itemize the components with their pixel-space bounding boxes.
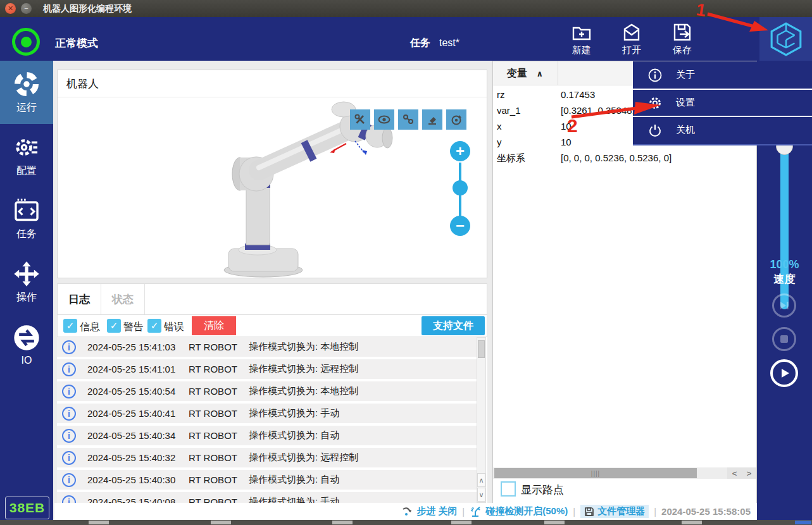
- log-row[interactable]: i 2024-05-25 15:40:30 RT ROBOT 操作模式切换为: …: [57, 470, 477, 490]
- log-source: RT ROBOT: [189, 474, 249, 485]
- log-message: 操作模式切换为: 远程控制: [249, 452, 358, 464]
- gear-icon: [648, 96, 662, 110]
- trajectory-button[interactable]: [398, 109, 418, 130]
- zoom-slider-handle[interactable]: [453, 180, 468, 195]
- tool-frame-z-axis: [355, 141, 367, 155]
- log-scrollbar[interactable]: ∧ ∨: [477, 337, 486, 503]
- log-list[interactable]: i 2024-05-25 15:41:03 RT ROBOT 操作模式切换为: …: [57, 337, 487, 503]
- log-filter-bar: ✓ 信息 ✓ 警告 ✓ 错误 清除 支持文件: [57, 315, 487, 337]
- log-row[interactable]: i 2024-05-25 15:41:03 RT ROBOT 操作模式切换为: …: [57, 337, 477, 357]
- variable-value: [0, 0, 0, 0.5236, 0.5236, 0]: [561, 152, 671, 163]
- stop-button[interactable]: [772, 327, 796, 351]
- collision-status[interactable]: 碰撞检测开启(50%): [470, 505, 568, 517]
- file-manager-button[interactable]: 文件管理器: [580, 505, 649, 518]
- open-file-icon: [621, 22, 642, 42]
- sidebar-item-operate[interactable]: 操作: [0, 250, 53, 314]
- log-time: 2024-05-25 15:40:32: [87, 452, 189, 463]
- log-source: RT ROBOT: [189, 342, 249, 352]
- variable-name: var_1: [497, 105, 521, 116]
- step-forward-button[interactable]: [772, 293, 796, 318]
- log-time: 2024-05-25 15:40:08: [87, 497, 189, 503]
- scroll-down-button[interactable]: ∨: [477, 488, 485, 502]
- log-message: 操作模式切换为: 手动: [249, 496, 339, 503]
- menu-item-label: 关于: [676, 69, 695, 81]
- new-task-button[interactable]: 新建: [562, 19, 601, 59]
- log-row[interactable]: i 2024-05-25 15:40:08 RT ROBOT 操作模式切换为: …: [57, 492, 477, 503]
- variable-value: 0.17453: [561, 89, 595, 100]
- step-mode-label: 步进 关闭: [416, 505, 457, 517]
- log-scrollbar-thumb[interactable]: [478, 340, 485, 358]
- support-files-button[interactable]: 支持文件: [422, 316, 485, 335]
- variable-name: 坐标系: [497, 152, 525, 164]
- path-nodes-icon: [402, 113, 415, 126]
- annotation-number-2: 2: [567, 115, 578, 137]
- sidebar-item-io[interactable]: IO: [0, 314, 53, 377]
- sidebar-item-label: 任务: [16, 228, 37, 241]
- filter-error-label: 错误: [164, 321, 184, 334]
- new-task-label: 新建: [572, 44, 591, 56]
- tab-log[interactable]: 日志: [58, 284, 101, 314]
- collision-icon: [470, 506, 482, 517]
- log-source: RT ROBOT: [189, 408, 249, 419]
- menu-item-settings[interactable]: 设置: [633, 89, 812, 116]
- menu-item-shutdown[interactable]: 关机: [633, 116, 812, 143]
- skip-icon: [778, 300, 790, 311]
- variable-row[interactable]: 坐标系 [0, 0, 0, 0.5236, 0.5236, 0]: [493, 152, 756, 168]
- app-menu-button[interactable]: [759, 17, 812, 61]
- log-row[interactable]: i 2024-05-25 15:41:01 RT ROBOT 操作模式切换为: …: [57, 359, 477, 379]
- erase-button[interactable]: [422, 109, 442, 130]
- log-row[interactable]: i 2024-05-25 15:40:54 RT ROBOT 操作模式切换为: …: [57, 381, 477, 401]
- sidebar-item-config[interactable]: 配置: [0, 124, 53, 187]
- save-button[interactable]: 保存: [663, 19, 702, 59]
- open-button[interactable]: 打开: [612, 19, 651, 59]
- tab-status[interactable]: 状态: [101, 284, 145, 314]
- log-row[interactable]: i 2024-05-25 15:40:41 RT ROBOT 操作模式切换为: …: [57, 404, 477, 423]
- clear-log-button[interactable]: 清除: [192, 316, 236, 335]
- step-mode-status[interactable]: 步进 关闭: [402, 505, 457, 517]
- log-row[interactable]: i 2024-05-25 15:40:34 RT ROBOT 操作模式切换为: …: [57, 426, 477, 445]
- filter-info-checkbox[interactable]: ✓: [63, 319, 77, 333]
- sidebar-item-run[interactable]: 运行: [0, 61, 53, 124]
- log-row[interactable]: i 2024-05-25 15:40:32 RT ROBOT 操作模式切换为: …: [57, 448, 477, 467]
- robot-panel-title: 机器人: [66, 77, 99, 91]
- filter-warning-checkbox[interactable]: ✓: [107, 319, 121, 333]
- scroll-left-button[interactable]: <: [727, 467, 742, 479]
- info-icon: i: [62, 495, 76, 503]
- scroll-up-button[interactable]: ∧: [477, 473, 485, 487]
- zoom-out-button[interactable]: −: [450, 216, 470, 236]
- separator: |: [462, 506, 465, 517]
- log-message: 操作模式切换为: 远程控制: [249, 363, 358, 375]
- sidebar-item-label: 操作: [16, 291, 37, 304]
- speed-percent: 100%: [757, 258, 812, 271]
- reset-view-button[interactable]: [446, 109, 466, 130]
- hscrollbar-thumb[interactable]: ||||: [494, 468, 697, 478]
- separator: |: [573, 506, 575, 517]
- bottom-edge-strip: [0, 520, 812, 525]
- floppy-icon: [584, 507, 594, 517]
- sidebar-item-task[interactable]: 任务: [0, 187, 53, 250]
- eye-icon: [378, 113, 390, 126]
- io-swap-icon: [13, 324, 40, 351]
- show-waypoints-checkbox[interactable]: [501, 481, 516, 497]
- filter-error-checkbox[interactable]: ✓: [147, 319, 161, 333]
- caret-up-icon: ∧: [536, 69, 543, 78]
- menu-item-about[interactable]: 关于: [633, 61, 812, 89]
- variables-hscrollbar[interactable]: |||| < >: [493, 467, 756, 479]
- minimize-icon[interactable]: −: [21, 3, 32, 14]
- variables-header-toggle[interactable]: 变量 ∧: [507, 67, 543, 80]
- scroll-right-button[interactable]: >: [742, 467, 756, 479]
- log-source: RT ROBOT: [189, 386, 249, 397]
- sidebar-item-label: 运行: [16, 101, 37, 114]
- log-time: 2024-05-25 15:40:34: [87, 430, 189, 441]
- info-icon: i: [62, 385, 76, 398]
- tools-button[interactable]: [350, 109, 370, 130]
- log-source: RT ROBOT: [189, 430, 249, 441]
- visibility-button[interactable]: [374, 109, 394, 130]
- show-waypoints-label: 显示路点: [521, 483, 564, 497]
- info-icon: i: [62, 429, 76, 443]
- play-button[interactable]: [770, 359, 798, 387]
- app-window: ✕ − 机器人图形化编程环境 正常模式 任务test* 配置default 新建…: [0, 0, 812, 525]
- close-icon[interactable]: ✕: [5, 3, 16, 14]
- log-time: 2024-05-25 15:41:03: [87, 342, 189, 352]
- zoom-in-button[interactable]: +: [450, 141, 470, 161]
